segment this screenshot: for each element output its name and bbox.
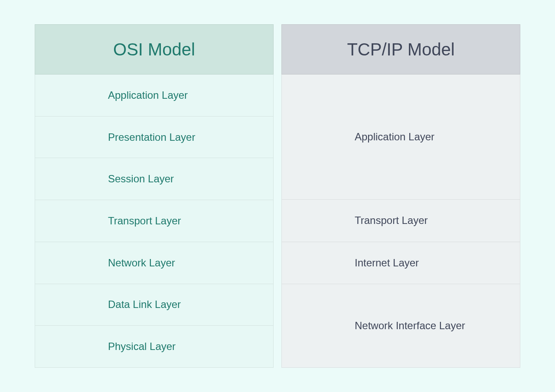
osi-layer-network: Network Layer — [35, 242, 274, 284]
osi-layer-label: Network Layer — [108, 257, 175, 269]
tcpip-layer-label: Network Interface Layer — [355, 320, 465, 332]
osi-layer-session: Session Layer — [35, 158, 274, 200]
tcpip-layer-transport: Transport Layer — [281, 200, 520, 242]
tcpip-title: TCP/IP Model — [347, 40, 454, 59]
tcpip-layer-internet: Internet Layer — [281, 242, 520, 284]
osi-layer-label: Presentation Layer — [108, 131, 195, 143]
osi-layer-physical: Physical Layer — [35, 326, 274, 368]
tcpip-column: TCP/IP Model Application Layer Transport… — [281, 24, 520, 368]
osi-layer-label: Transport Layer — [108, 215, 181, 227]
tcpip-layer-label: Internet Layer — [355, 257, 419, 269]
osi-layers: Application Layer Presentation Layer Ses… — [35, 75, 274, 368]
osi-layer-label: Application Layer — [108, 89, 188, 101]
tcpip-layer-network-interface: Network Interface Layer — [281, 284, 520, 368]
tcpip-layers: Application Layer Transport Layer Intern… — [281, 75, 520, 368]
osi-header: OSI Model — [35, 24, 274, 75]
tcpip-layer-application: Application Layer — [281, 75, 520, 200]
osi-column: OSI Model Application Layer Presentation… — [35, 24, 274, 368]
osi-layer-label: Data Link Layer — [108, 298, 181, 311]
osi-layer-application: Application Layer — [35, 75, 274, 117]
osi-layer-label: Session Layer — [108, 173, 174, 185]
tcpip-header: TCP/IP Model — [281, 24, 520, 75]
osi-layer-presentation: Presentation Layer — [35, 117, 274, 159]
osi-layer-transport: Transport Layer — [35, 200, 274, 242]
osi-layer-datalink: Data Link Layer — [35, 284, 274, 326]
model-comparison-container: OSI Model Application Layer Presentation… — [35, 24, 520, 368]
osi-layer-label: Physical Layer — [108, 340, 176, 353]
tcpip-layer-label: Transport Layer — [355, 214, 428, 227]
osi-title: OSI Model — [113, 40, 195, 59]
tcpip-layer-label: Application Layer — [355, 131, 434, 143]
